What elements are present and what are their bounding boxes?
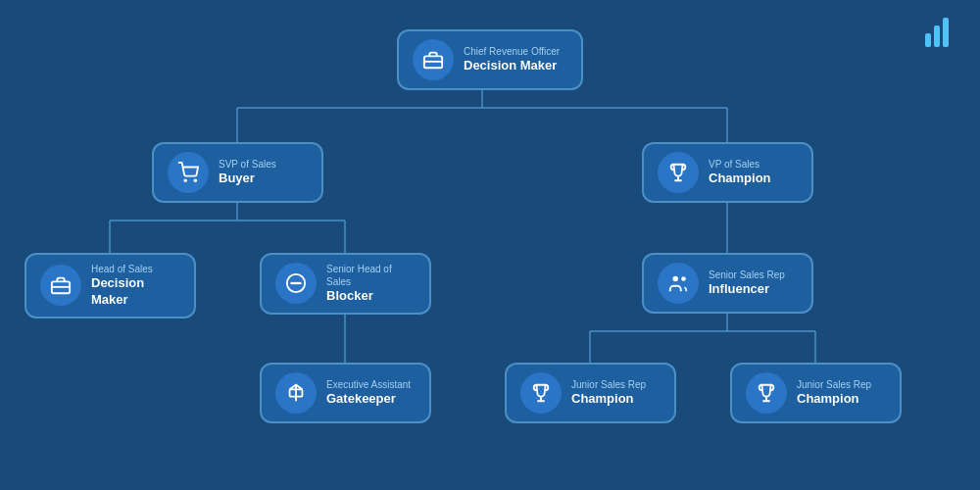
sign-icon xyxy=(275,372,317,414)
node-svp: SVP of Sales Buyer xyxy=(152,142,323,203)
logo-bar-2 xyxy=(934,25,940,47)
node-role-jsr2: Champion xyxy=(797,391,871,408)
svg-point-22 xyxy=(673,276,679,282)
node-role-vp: Champion xyxy=(709,171,771,187)
minus-icon xyxy=(275,263,317,304)
node-title-vp: VP of Sales xyxy=(709,158,771,171)
node-text-ssr: Senior Sales Rep Influencer xyxy=(709,269,785,298)
node-title-shos: Senior Head of Sales xyxy=(326,263,416,288)
node-title-ea: Executive Assistant xyxy=(326,378,411,391)
node-root: Chief Revenue Officer Decision Maker xyxy=(397,29,583,90)
logo-bar-1 xyxy=(925,33,931,47)
node-role-root: Decision Maker xyxy=(464,58,560,74)
node-title-svp: SVP of Sales xyxy=(219,158,276,171)
node-role-shos: Blocker xyxy=(326,288,416,305)
svg-point-16 xyxy=(184,179,186,181)
node-text-vp: VP of Sales Champion xyxy=(709,158,771,187)
node-jsr1: Junior Sales Rep Champion xyxy=(505,363,676,423)
node-title-hos: Head of Sales xyxy=(91,263,180,275)
people-icon xyxy=(658,263,699,304)
node-shos: Senior Head of Sales Blocker xyxy=(260,253,431,315)
node-text-jsr2: Junior Sales Rep Champion xyxy=(797,378,871,408)
node-text-svp: SVP of Sales Buyer xyxy=(219,158,276,187)
trophy-icon xyxy=(520,372,562,414)
node-text-jsr1: Junior Sales Rep Champion xyxy=(571,378,646,408)
node-role-ssr: Influencer xyxy=(709,281,785,298)
cart-icon xyxy=(168,152,209,193)
svg-point-17 xyxy=(194,179,196,181)
node-jsr2: Junior Sales Rep Champion xyxy=(730,363,902,423)
logo-bars-icon xyxy=(925,18,949,47)
node-vp: VP of Sales Champion xyxy=(642,142,813,203)
node-text-shos: Senior Head of Sales Blocker xyxy=(326,263,416,305)
node-title-jsr2: Junior Sales Rep xyxy=(797,378,871,391)
node-role-hos: Decision Maker xyxy=(91,275,180,309)
node-text-ea: Executive Assistant Gatekeeper xyxy=(326,378,411,408)
node-hos: Head of Sales Decision Maker xyxy=(24,253,196,318)
node-ssr: Senior Sales Rep Influencer xyxy=(642,253,813,314)
svg-point-23 xyxy=(681,276,686,281)
node-role-jsr1: Champion xyxy=(571,391,646,408)
node-ea: Executive Assistant Gatekeeper xyxy=(260,363,431,423)
trophy-icon xyxy=(658,152,699,193)
node-text-hos: Head of Sales Decision Maker xyxy=(91,263,180,309)
node-title-jsr1: Junior Sales Rep xyxy=(571,378,646,391)
briefcase-icon xyxy=(40,265,81,306)
briefcase-icon xyxy=(413,39,454,80)
node-text-root: Chief Revenue Officer Decision Maker xyxy=(464,45,560,74)
node-role-svp: Buyer xyxy=(219,171,276,187)
node-role-ea: Gatekeeper xyxy=(326,391,411,408)
trophy-icon xyxy=(746,372,787,414)
node-title-root: Chief Revenue Officer xyxy=(464,45,560,58)
logo xyxy=(925,18,956,47)
logo-bar-3 xyxy=(943,18,949,47)
node-title-ssr: Senior Sales Rep xyxy=(709,269,785,281)
